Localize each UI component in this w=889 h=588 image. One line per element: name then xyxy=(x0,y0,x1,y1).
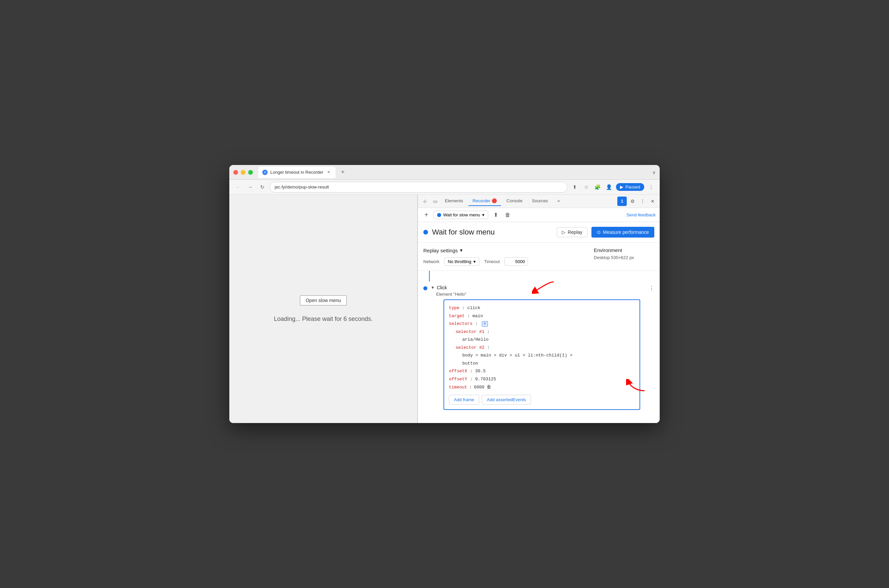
url-text: jec.fyi/demo/pup-slow-result xyxy=(275,184,329,189)
timeout-label: Timeout xyxy=(484,259,499,264)
settings-section: Replay settings ▾ Network No throttling … xyxy=(418,243,660,271)
settings-row: Network No throttling ▾ Timeout xyxy=(423,257,580,266)
more-options-icon[interactable]: ⋮ xyxy=(638,197,647,206)
add-frame-button[interactable]: Add frame xyxy=(449,395,479,405)
code-offsety-line: offsetY : 9.703125 xyxy=(449,376,635,383)
title-bar: ● Longer timeout in Recorder ✕ + ∨ xyxy=(229,165,660,180)
measure-performance-button[interactable]: ⊙ Measure performance xyxy=(591,227,654,237)
recording-header: Wait for slow menu ▷ Replay ⊙ Measure pe… xyxy=(418,222,660,243)
open-slow-menu-button[interactable]: Open slow menu xyxy=(300,296,347,305)
code-offsetx-line: offsetX : 30.5 xyxy=(449,368,635,375)
traffic-lights xyxy=(233,170,253,175)
recording-indicator xyxy=(423,230,428,234)
code-selectors-line: selectors : ⊞ xyxy=(449,321,635,327)
code-selector2-line: selector #2 : xyxy=(456,344,635,351)
timeout-input[interactable] xyxy=(504,257,528,266)
steps-section: ▼ Click Element "Hello" type : clic xyxy=(418,271,660,422)
network-throttling-select[interactable]: No throttling ▾ xyxy=(444,257,480,266)
menu-icon[interactable]: ⋮ xyxy=(646,183,656,192)
step-content: ▼ Click Element "Hello" type : clic xyxy=(431,285,645,412)
browser-window: ● Longer timeout in Recorder ✕ + ∨ ← → ↻… xyxy=(229,165,660,423)
add-recording-button[interactable]: + xyxy=(422,211,431,219)
code-selector1-val: aria/Hello xyxy=(462,336,635,343)
main-content: Open slow menu Loading... Please wait fo… xyxy=(229,195,660,423)
page-content: Open slow menu Loading... Please wait fo… xyxy=(229,195,418,423)
refresh-button[interactable]: ↻ xyxy=(257,183,267,192)
close-traffic-light[interactable] xyxy=(233,170,238,175)
code-type-line: type : click xyxy=(449,305,635,312)
extensions-icon[interactable]: 🧩 xyxy=(593,183,603,192)
chat-badge[interactable]: 1 xyxy=(617,196,627,206)
tab-title: Longer timeout in Recorder xyxy=(270,170,323,175)
back-button[interactable]: ← xyxy=(233,183,243,192)
tab-bar: ● Longer timeout in Recorder ✕ + xyxy=(258,166,656,178)
step-header: ▼ Click xyxy=(431,285,645,290)
code-selector2-val2: button xyxy=(462,360,635,367)
device-icon[interactable]: ▭ xyxy=(431,197,439,206)
export-icon[interactable]: ⬆ xyxy=(491,210,500,220)
red-arrow-2-icon xyxy=(626,379,646,393)
browser-tab[interactable]: ● Longer timeout in Recorder ✕ xyxy=(258,166,335,178)
nav-right-icons: ⬆ ☆ 🧩 👤 ▶ Paused ⋮ xyxy=(570,183,656,192)
delete-icon[interactable]: 🗑 xyxy=(503,210,512,220)
code-selector1-line: selector #1 : xyxy=(456,328,635,335)
tab-recorder[interactable]: Recorder 🔴 xyxy=(468,196,501,206)
step-more-options[interactable]: ⋮ xyxy=(649,285,654,291)
devtools-tabs: ⊹ ▭ Elements Recorder 🔴 Console Sources … xyxy=(418,195,660,208)
forward-button[interactable]: → xyxy=(245,183,255,192)
recorder-main: Wait for slow menu ▷ Replay ⊙ Measure pe… xyxy=(418,222,660,423)
tab-more[interactable]: » xyxy=(554,196,564,206)
new-tab-button[interactable]: + xyxy=(338,168,347,177)
add-asserted-events-button[interactable]: Add assertedEvents xyxy=(482,395,531,405)
timeout-delete-icon[interactable]: 🗑 xyxy=(486,384,491,391)
dropdown-chevron-icon: ▾ xyxy=(474,259,476,264)
close-devtools-icon[interactable]: ✕ xyxy=(648,197,657,206)
tab-elements[interactable]: Elements xyxy=(441,196,467,206)
paused-badge[interactable]: ▶ Paused xyxy=(616,183,644,191)
step-type: Click xyxy=(437,285,447,290)
network-label: Network xyxy=(423,259,439,264)
share-icon[interactable]: ⬆ xyxy=(570,183,580,192)
nav-bar: ← → ↻ jec.fyi/demo/pup-slow-result ⬆ ☆ 🧩… xyxy=(229,180,660,195)
code-selector2-val1: body > main > div > ul > li:nth-child(1)… xyxy=(462,352,635,359)
settings-left: Replay settings ▾ Network No throttling … xyxy=(423,247,580,266)
play-icon: ▷ xyxy=(562,230,566,235)
tab-favicon: ● xyxy=(262,170,268,175)
maximize-traffic-light[interactable] xyxy=(248,170,253,175)
devtools-panel: ⊹ ▭ Elements Recorder 🔴 Console Sources … xyxy=(418,195,660,423)
settings-right: Environment Desktop 535×622 px xyxy=(594,247,654,260)
code-target-line: target : main xyxy=(449,313,635,320)
settings-title: Replay settings ▾ xyxy=(423,247,580,254)
devtools-tab-icons: ⊹ ▭ xyxy=(421,197,439,206)
tab-sources[interactable]: Sources xyxy=(528,196,552,206)
cursor-icon[interactable]: ⊹ xyxy=(421,197,429,206)
step-description: Element "Hello" xyxy=(436,292,645,297)
code-box: type : click target : main xyxy=(444,299,640,410)
recording-name: Wait for slow menu xyxy=(443,212,480,218)
recording-title: Wait for slow menu xyxy=(432,228,553,237)
code-buttons: Add frame Add assertedEvents xyxy=(449,395,635,405)
settings-icon[interactable]: ⚙ xyxy=(628,197,637,206)
address-bar[interactable]: jec.fyi/demo/pup-slow-result xyxy=(270,182,567,192)
recording-indicator-icon xyxy=(437,213,441,217)
selector-type-icon: ⊞ xyxy=(482,321,488,327)
chevron-down-icon: ▾ xyxy=(482,212,484,218)
loading-text: Loading... Please wait for 6 seconds. xyxy=(274,315,373,322)
replay-button[interactable]: ▷ Replay xyxy=(557,227,587,237)
tab-close-button[interactable]: ✕ xyxy=(326,170,331,175)
tab-console[interactable]: Console xyxy=(502,196,526,206)
environment-value: Desktop 535×622 px xyxy=(594,255,654,260)
minimize-traffic-light[interactable] xyxy=(241,170,245,175)
step-collapse-icon[interactable]: ▼ xyxy=(431,285,435,290)
recorder-toolbar: + Wait for slow menu ▾ ⬆ 🗑 Send feedback xyxy=(418,208,660,222)
step-dot xyxy=(423,286,427,290)
gauge-icon: ⊙ xyxy=(597,230,601,235)
bookmark-icon[interactable]: ☆ xyxy=(582,183,591,192)
chevron-down-icon[interactable]: ∨ xyxy=(652,170,656,175)
send-feedback-link[interactable]: Send feedback xyxy=(626,212,656,218)
title-bar-controls: ∨ xyxy=(652,170,656,175)
chevron-down-icon: ▾ xyxy=(460,247,463,254)
code-timeout-line: timeout : 6000 🗑 xyxy=(449,384,635,391)
recording-select[interactable]: Wait for slow menu ▾ xyxy=(433,211,488,219)
user-icon[interactable]: 👤 xyxy=(605,183,614,192)
